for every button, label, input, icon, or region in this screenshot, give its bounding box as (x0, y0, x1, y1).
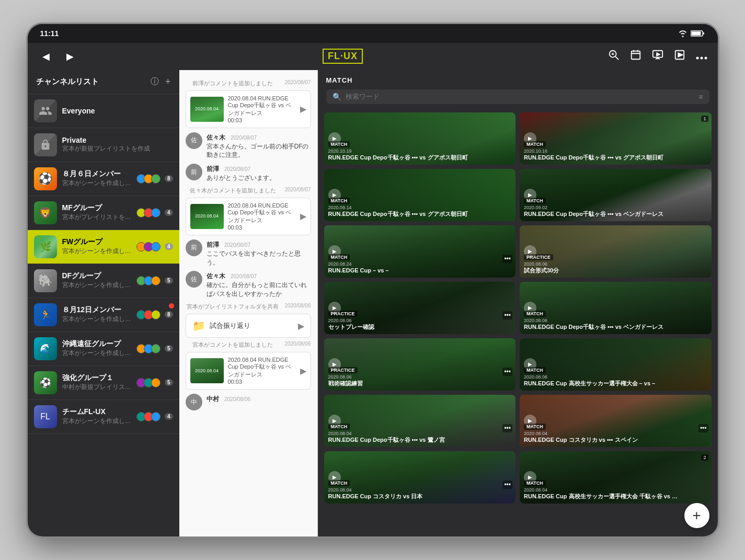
match-panel-title: MATCH (326, 76, 709, 84)
channel-item-kyoka[interactable]: ⚽ 強化グループ１ 中村が新規プレイリストを作成 5 (28, 366, 179, 400)
nav-play-button[interactable] (674, 49, 685, 63)
card-name-2: RUN.EDGE Cup Depo千駄ヶ谷 ••• vs グアポス朝日町 (524, 154, 707, 161)
channel-item-fw[interactable]: 🌿 FWグループ 宮本がシーンを作成しました 4 (28, 230, 179, 264)
nav-more-button[interactable] (696, 50, 707, 62)
match-card-11[interactable]: ▶ ••• MATCH 2020.08.04 RUN.EDGE Cup Depo… (324, 395, 516, 447)
card-content-5: MATCH 2020.08.24 RUN.EDGE Cup – vs – (324, 248, 516, 277)
match-card-4[interactable]: ▶ MATCH 2020.09.02 RUN.EDGE Cup Depo千駄ヶ谷… (520, 169, 712, 221)
card-content-1: MATCH 2020.10.19 RUN.EDGE Cup Depo千駄ヶ谷 •… (324, 135, 516, 164)
channel-item-mf[interactable]: 🦁 MFグループ 宮本がプレイリストを共有 4 (28, 196, 179, 230)
channel-avatar-fw: 🌿 (34, 235, 57, 258)
card-content-14: MATCH 2020.08.04 RUN.EDGE Cup 高校生サッカー選手権… (520, 474, 712, 503)
match-card-10[interactable]: ▶ MATCH 2020.08.06 RUN.EDGE Cup 高校生サッカー選… (520, 338, 712, 391)
video-thumb-2: 2020.08.04 (190, 204, 224, 229)
channel-name-aug12: ８月12日メンバー (62, 305, 136, 315)
folder-name: 試合振り返り (210, 321, 294, 330)
match-card-5[interactable]: ▶ ••• MATCH 2020.08.24 RUN.EDGE Cup – vs… (324, 225, 516, 278)
channel-badge-aug6: 8 (136, 174, 173, 184)
notification-date-2: 2020/08/07 (284, 187, 311, 192)
channel-item-df[interactable]: 🐘 DFグループ 宮本がシーンを作成しました 5 (28, 264, 179, 298)
card-name-1: RUN.EDGE Cup Depo千駄ヶ谷 ••• vs グアポス朝日町 (328, 154, 512, 161)
match-card-8[interactable]: ▶ MATCH 2020.08.06 RUN.EDGE Cup Depo千駄ヶ谷… (520, 282, 712, 334)
play-chat-2[interactable]: ▶ (300, 211, 306, 221)
card-type-1: MATCH (328, 141, 350, 147)
channel-name-private: Private (62, 136, 173, 144)
text-sasaki-2: 確かに。自分がもっと前に出ていればパスを出しやすかったか (207, 281, 311, 299)
play-chat-3[interactable]: ▶ (300, 366, 306, 376)
channel-avatar-private (34, 133, 57, 156)
card-date-8: 2020.08.06 (524, 318, 707, 323)
video-title-3: 2020.08.04 RUN.EDGE Cup Depo千駄ヶ谷 vs ベンガド… (228, 357, 296, 379)
video-preview-2[interactable]: 2020.08.04 2020.08.04 RUN.EDGE Cup Depo千… (186, 198, 311, 235)
card-type-6: PRACTICE (524, 254, 553, 260)
lock-icon (40, 139, 51, 151)
match-card-1[interactable]: ▶ MATCH 2020.10.19 RUN.EDGE Cup Depo千駄ヶ谷… (324, 112, 516, 165)
filter-icon[interactable]: ≡ (698, 93, 703, 101)
chat-msg-sasaki-1: 佐 佐々木 2020/08/07 宮本さんから。ゴール前の相手DFの動きに注意。 (186, 132, 311, 160)
back-button[interactable]: ◀ (38, 49, 54, 64)
count-badge-aug12: 8 (165, 311, 173, 318)
text-maezawa-1: ありがとうございます。 (207, 174, 311, 182)
channel-item-aug12[interactable]: 🏃 ８月12日メンバー 宮本がシーンを作成しました 8 (28, 298, 179, 332)
match-search-input[interactable] (346, 93, 695, 100)
channel-add-icon[interactable]: + (165, 76, 171, 87)
folder-item[interactable]: 📁 試合振り返り ▶ (186, 314, 311, 338)
mini-avatars-kyoka (136, 378, 161, 387)
card-date-14: 2020.08.04 (524, 487, 707, 493)
chat-notification-folder: 宮本がプレイリストフォルダを共有 2020/08/06 (186, 303, 311, 311)
channel-info-mf: MFグループ 宮本がプレイリストを共有 (62, 203, 136, 222)
mini-avatars-team (136, 412, 161, 421)
match-card-12[interactable]: ▶ ••• MATCH 2020.08.04 RUN.EDGE Cup コスタリ… (520, 395, 712, 447)
nav-left: ◀ ▶ (38, 49, 78, 64)
match-card-7[interactable]: ▶ ••• PRACTICE 2020.08.06 セットプレー確認 (324, 282, 516, 334)
folder-play[interactable]: ▶ (298, 321, 304, 331)
video-preview-3[interactable]: 2020.08.04 2020.08.04 RUN.EDGE Cup Depo千… (186, 352, 311, 390)
match-card-13[interactable]: ▶ ••• MATCH 2020.08.04 RUN.EDGE Cup コスタリ… (324, 451, 516, 504)
red-dot-aug12 (169, 303, 174, 308)
card-name-3: RUN.EDGE Cup Depo千駄ヶ谷 ••• vs グアポス朝日町 (328, 210, 512, 218)
card-name-4: RUN.EDGE Cup Depo千駄ヶ谷 ••• vs ベンガドーレス (524, 210, 707, 218)
channel-avatar-okinawa: 🌊 (34, 337, 57, 360)
match-card-14[interactable]: ▶ 2 MATCH 2020.08.04 RUN.EDGE Cup 高校生サッカ… (520, 451, 712, 504)
channel-badge-fw: 4 (136, 242, 173, 252)
count-badge-df: 5 (165, 277, 173, 284)
card-type-12: MATCH (524, 424, 546, 430)
count-badge-fw: 4 (165, 243, 173, 250)
match-grid: ▶ MATCH 2020.10.19 RUN.EDGE Cup Depo千駄ヶ谷… (318, 108, 718, 536)
fab-add-button[interactable]: + (684, 503, 709, 528)
nav-search-button[interactable] (608, 49, 620, 63)
play-chat-1[interactable]: ▶ (300, 104, 306, 114)
nav-screen-share-button[interactable] (652, 49, 663, 63)
card-date-9: 2020.08.06 (328, 374, 512, 380)
chat-notification-3: 宮本がコメントを追加しました 2020/08/06 (186, 341, 311, 349)
channel-avatar-mf: 🦁 (34, 201, 57, 224)
mini-avatars-aug6 (136, 174, 161, 184)
card-name-8: RUN.EDGE Cup Depo千駄ヶ谷 ••• vs ベンガドーレス (524, 323, 707, 330)
mini-avatar (151, 378, 161, 387)
channel-badge-mf: 4 (136, 208, 173, 218)
mini-avatars-fw (136, 242, 161, 252)
sender-nakamura: 中村 (207, 395, 219, 403)
bubble-sasaki-2: 佐々木 2020/08/07 確かに。自分がもっと前に出ていればパスを出しやすか… (207, 271, 311, 299)
card-content-2: MATCH 2020.10.16 RUN.EDGE Cup Depo千駄ヶ谷 •… (520, 135, 712, 164)
match-card-3[interactable]: ▶ MATCH 2020.09.14 RUN.EDGE Cup Depo千駄ヶ谷… (324, 169, 516, 221)
channel-item-aug6[interactable]: ⚽ ８月６日メンバー 宮本がシーンを作成しました 8 (28, 162, 179, 196)
channel-item-everyone[interactable]: Everyone (28, 94, 179, 128)
svg-line-4 (615, 56, 618, 60)
notification-date-3: 2020/08/06 (284, 341, 311, 347)
logo-text-1: FL (328, 51, 340, 61)
channel-info-okinawa: 沖縄遠征グループ 宮本がシーンを作成しました (62, 339, 136, 358)
forward-button[interactable]: ▶ (62, 49, 78, 64)
match-search-bar: 🔍 ≡ (326, 89, 709, 104)
text-maezawa-2: ここでパスを出すべきだったと思う。 (207, 249, 311, 267)
channel-item-okinawa[interactable]: 🌊 沖縄遠征グループ 宮本がシーンを作成しました 5 (28, 332, 179, 366)
channel-item-private[interactable]: Private 宮本が新規プレイリストを作成 (28, 128, 179, 162)
match-card-9[interactable]: ▶ ••• PRACTICE 2020.08.06 戦術確認練習 (324, 338, 516, 391)
video-preview-1[interactable]: 2020.08.04 2020.08.04 RUN.EDGE Cup Depo千… (186, 90, 311, 128)
svg-point-15 (696, 57, 698, 60)
channel-item-team[interactable]: FL チームFL-UX 宮本がシーンを作成しました 4 (28, 400, 179, 434)
match-card-2[interactable]: ▶ 1 MATCH 2020.10.16 RUN.EDGE Cup Depo千駄… (520, 112, 712, 165)
nav-calendar-button[interactable] (630, 49, 641, 63)
channel-info-icon[interactable]: ⓘ (151, 76, 159, 87)
match-card-6[interactable]: ▶ PRACTICE 2020.08.06 試合形式30分 (520, 225, 712, 278)
